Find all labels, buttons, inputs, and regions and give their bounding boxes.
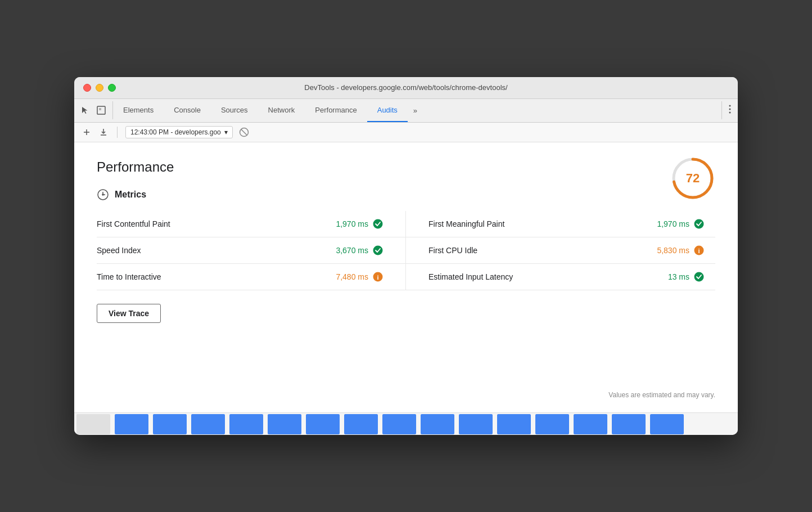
tab-network[interactable]: Network	[258, 99, 305, 122]
filmstrip-frame	[306, 414, 340, 434]
filmstrip-frame	[191, 414, 225, 434]
filmstrip-frame	[650, 414, 684, 434]
metric-name: Time to Interactive	[97, 272, 161, 281]
metric-speed-index: Speed Index 3,670 ms	[97, 237, 406, 264]
metric-value: 1,970 ms	[657, 219, 689, 228]
tab-performance[interactable]: Performance	[305, 99, 367, 122]
audit-timestamp-label: 12:43:00 PM - developers.goo	[130, 128, 221, 136]
filmstrip-frame	[497, 414, 531, 434]
filmstrip-bar	[74, 412, 738, 435]
cursor-icon[interactable]	[80, 105, 91, 116]
main-toolbar: Elements Console Sources Network Perform…	[74, 99, 738, 123]
disclaimer-text: Values are estimated and may vary.	[608, 391, 715, 399]
svg-point-14	[102, 194, 103, 195]
filmstrip-frame	[612, 414, 646, 434]
filmstrip-frame	[268, 414, 301, 434]
view-trace-button[interactable]: View Trace	[97, 304, 161, 323]
filmstrip-frame	[459, 414, 493, 434]
metric-value-wrap: 5,830 ms i	[657, 245, 704, 255]
svg-point-15	[373, 219, 383, 229]
metric-value-wrap: 7,480 ms i	[336, 272, 383, 282]
metric-value-wrap: 1,970 ms	[336, 219, 383, 229]
filmstrip-frame	[153, 414, 187, 434]
metric-value: 3,670 ms	[336, 246, 368, 255]
metrics-header: Metrics	[97, 188, 715, 201]
svg-point-3	[729, 109, 731, 110]
toolbar-controls	[74, 101, 113, 119]
svg-point-2	[729, 105, 731, 107]
devtools-window: DevTools - developers.google.com/web/too…	[74, 77, 738, 435]
block-icon[interactable]	[238, 127, 250, 138]
svg-point-17	[373, 246, 383, 255]
main-content: Performance 72 Metrics Fir	[74, 142, 738, 412]
minimize-button[interactable]	[96, 84, 103, 92]
traffic-lights	[83, 84, 116, 92]
metric-estimated-input-latency: Estimated Input Latency 13 ms	[406, 264, 715, 290]
performance-score: 72	[686, 171, 700, 186]
metric-name: Speed Index	[97, 246, 141, 255]
filmstrip-frame	[421, 414, 454, 434]
check-icon	[373, 219, 383, 229]
tab-elements[interactable]: Elements	[113, 99, 164, 122]
close-button[interactable]	[83, 84, 91, 92]
more-tabs-button[interactable]: »	[408, 99, 423, 122]
metric-value-wrap: 1,970 ms	[657, 219, 704, 229]
filmstrip-frame	[574, 414, 607, 434]
filmstrip-frame	[115, 414, 148, 434]
info-icon: i	[373, 272, 383, 282]
check-icon	[694, 272, 704, 282]
filmstrip-frame	[344, 414, 378, 434]
secondary-toolbar: 12:43:00 PM - developers.goo ▾	[74, 123, 738, 142]
svg-text:i: i	[698, 248, 700, 254]
svg-point-4	[729, 112, 731, 114]
svg-point-22	[694, 272, 704, 282]
filmstrip-frame	[535, 414, 569, 434]
svg-point-16	[694, 219, 704, 229]
info-icon: i	[694, 245, 704, 255]
check-icon	[694, 219, 704, 229]
metric-name: First Meaningful Paint	[428, 219, 504, 228]
metric-value: 13 ms	[668, 272, 689, 281]
metric-first-meaningful-paint: First Meaningful Paint 1,970 ms	[406, 211, 715, 237]
audit-timestamp-selector[interactable]: 12:43:00 PM - developers.goo ▾	[125, 126, 233, 138]
filmstrip-frame	[382, 414, 416, 434]
add-button[interactable]	[81, 127, 92, 138]
dropdown-arrow-icon: ▾	[224, 128, 228, 136]
performance-score-circle: 72	[670, 156, 715, 201]
fullscreen-button[interactable]	[108, 84, 116, 92]
metric-name: First CPU Idle	[428, 246, 477, 255]
svg-rect-1	[99, 108, 101, 110]
metric-time-to-interactive: Time to Interactive 7,480 ms i	[97, 264, 406, 290]
filmstrip-frame	[76, 414, 110, 434]
section-title: Performance	[97, 159, 715, 175]
metrics-label: Metrics	[115, 190, 146, 200]
check-icon	[373, 245, 383, 255]
metric-value: 7,480 ms	[336, 272, 368, 281]
metric-name: Estimated Input Latency	[428, 272, 513, 281]
title-bar: DevTools - developers.google.com/web/too…	[74, 77, 738, 99]
metric-name: First Contentful Paint	[97, 219, 170, 228]
svg-line-10	[241, 129, 247, 136]
tab-bar: Elements Console Sources Network Perform…	[113, 99, 721, 122]
download-button[interactable]	[98, 127, 109, 138]
toolbar-menu-button[interactable]	[721, 101, 738, 119]
tab-sources[interactable]: Sources	[211, 99, 258, 122]
tab-console[interactable]: Console	[164, 99, 211, 122]
filmstrip-frame	[229, 414, 263, 434]
metric-value-wrap: 13 ms	[668, 272, 704, 282]
metric-value: 1,970 ms	[336, 219, 368, 228]
metric-first-contentful-paint: First Contentful Paint 1,970 ms	[97, 211, 406, 237]
metric-first-cpu-idle: First CPU Idle 5,830 ms i	[406, 237, 715, 264]
svg-text:i: i	[377, 274, 378, 281]
window-title: DevTools - developers.google.com/web/too…	[304, 83, 507, 92]
separator	[117, 127, 118, 138]
metric-value: 5,830 ms	[657, 246, 689, 255]
inspect-icon[interactable]	[96, 105, 107, 116]
metrics-grid: First Contentful Paint 1,970 ms First Me…	[97, 211, 715, 290]
metrics-icon	[97, 188, 109, 201]
metric-value-wrap: 3,670 ms	[336, 245, 383, 255]
tab-audits[interactable]: Audits	[367, 99, 408, 122]
